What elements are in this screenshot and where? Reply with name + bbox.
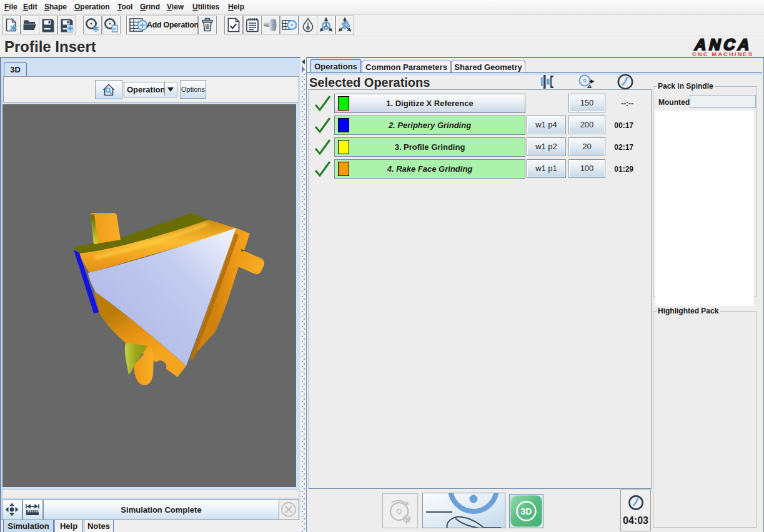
svg-text:3D: 3D (521, 506, 532, 516)
svg-text:CNC MACHINES: CNC MACHINES (692, 51, 752, 57)
